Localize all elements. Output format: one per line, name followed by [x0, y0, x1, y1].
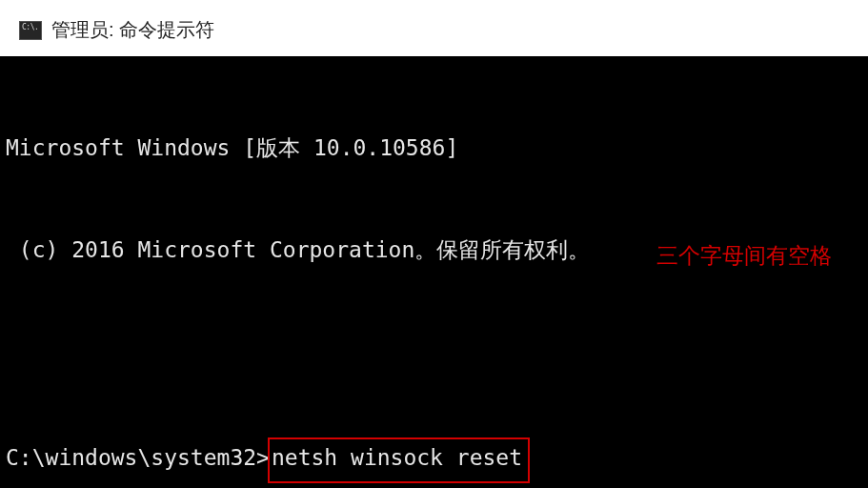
window-titlebar: C:\. 管理员: 命令提示符 — [0, 0, 868, 56]
blank-line — [6, 336, 862, 370]
annotation-text: 三个字母间有空格 — [656, 239, 832, 274]
cmd-icon: C:\. — [19, 21, 42, 40]
banner-line-1: Microsoft Windows [版本 10.0.10586] — [6, 132, 862, 166]
cmd-icon-text: C:\. — [22, 23, 38, 31]
terminal-body[interactable]: Microsoft Windows [版本 10.0.10586] (c) 20… — [0, 56, 868, 488]
command-text: netsh winsock reset — [272, 445, 522, 470]
prompt-line-1: C:\windows\system32>netsh winsock reset — [6, 437, 862, 483]
prompt-path: C:\windows\system32> — [6, 445, 270, 470]
window-title: 管理员: 命令提示符 — [51, 17, 214, 43]
command-highlight-box: netsh winsock reset — [268, 437, 530, 483]
